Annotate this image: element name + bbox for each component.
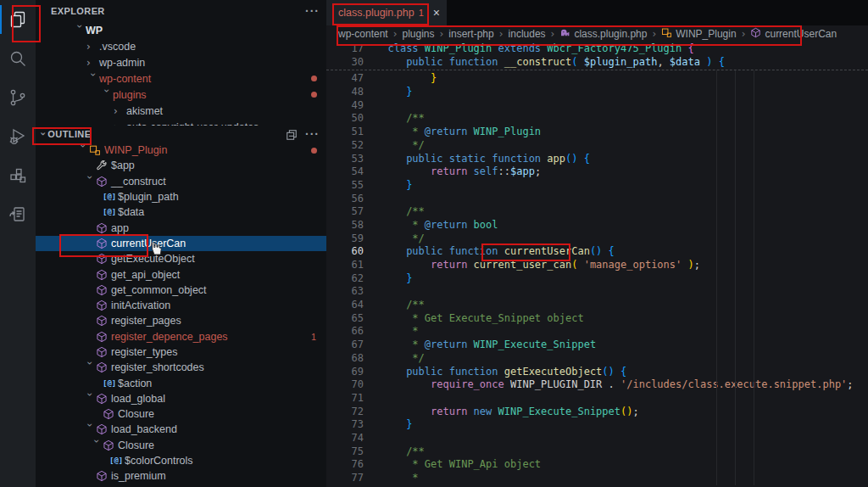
code-line-68[interactable]: 68 */: [326, 352, 868, 366]
code-line-76[interactable]: 76 * Get WINP_Api object: [326, 458, 868, 472]
outline-item-closure[interactable]: Closure: [36, 406, 326, 422]
code-line-text: * Get Execute_Snippet object: [376, 312, 584, 326]
sticky-line-30[interactable]: 30 public function __construct( $plugin_…: [326, 56, 868, 70]
outline-item-getexecuteobject[interactable]: getExecuteObject: [36, 251, 326, 266]
outline-more-icon[interactable]: ···: [305, 128, 320, 140]
outline-item-is-premium[interactable]: is_premium: [36, 468, 326, 484]
explorer-item-wp-content[interactable]: ›wp-content: [36, 70, 326, 87]
outline-item-currentusercan[interactable]: currentUserCan: [36, 236, 326, 251]
chevron-down-icon: ›: [85, 392, 95, 405]
line-number: 63: [326, 285, 376, 299]
code-line-text: */: [376, 232, 425, 246]
code-line-61[interactable]: 61 return current_user_can( 'manage_opti…: [326, 259, 868, 272]
breadcrumb-plugins[interactable]: plugins: [403, 28, 435, 40]
outline-item-get-common-object[interactable]: get_common_object: [36, 283, 326, 298]
code-line-75[interactable]: 75 /**: [326, 445, 868, 459]
outline-item-load-backend[interactable]: ›load_backend: [36, 422, 326, 437]
code-line-56[interactable]: 56: [326, 193, 868, 206]
outline-item--construct[interactable]: ›__construct: [36, 174, 326, 189]
activity-explorer-icon[interactable]: [0, 0, 36, 39]
code-line-58[interactable]: 58 * @return bool: [326, 219, 868, 232]
outline-item-register-shortcodes[interactable]: ›register_shortcodes: [36, 360, 326, 375]
code-line-57[interactable]: 57 /**: [326, 205, 868, 219]
code-line-71[interactable]: 71: [326, 392, 868, 406]
outline-item-initactivation[interactable]: initActivation: [36, 298, 326, 313]
item-label: app: [111, 222, 129, 234]
code-line-62[interactable]: 62 }: [326, 272, 868, 286]
code-line-49[interactable]: 49: [326, 99, 868, 113]
code-line-73[interactable]: 73 }: [326, 418, 868, 432]
code-line-47[interactable]: 47 }: [326, 72, 868, 86]
outline-item-register-types[interactable]: register_types: [36, 344, 326, 360]
code-line-52[interactable]: 52 */: [326, 139, 868, 153]
activity-references-icon[interactable]: [0, 195, 36, 234]
outline-item--plugin-path[interactable]: [@]$plugin_path: [36, 189, 326, 204]
code-area[interactable]: 17 class WINP_Plugin extends Wbcr_Factor…: [326, 42, 868, 487]
code-line-74[interactable]: 74: [326, 432, 868, 445]
explorer-item-wp-admin[interactable]: ›wp-admin: [36, 54, 326, 70]
code-line-63[interactable]: 63: [326, 285, 868, 299]
code-line-text: public function getExecuteObject() {: [376, 366, 626, 379]
code-line-72[interactable]: 72 return new WINP_Execute_Snippet();: [326, 406, 868, 419]
line-number: 58: [326, 219, 376, 232]
outline-item-app[interactable]: app: [36, 220, 326, 235]
outline-item--action[interactable]: [@]$action: [36, 375, 326, 390]
breadcrumb-wp-content[interactable]: wp-content: [338, 28, 388, 40]
explorer-item-plugins[interactable]: ›plugins: [36, 87, 326, 103]
chevron-down-icon: ›: [85, 423, 95, 436]
code-line-50[interactable]: 50 /**: [326, 112, 868, 126]
line-number: 60: [326, 245, 376, 259]
code-line-77[interactable]: 77 *: [326, 472, 868, 485]
code-line-53[interactable]: 53 public static function app() {: [326, 153, 868, 166]
code-line-65[interactable]: 65 * Get Execute_Snippet object: [326, 312, 868, 326]
breadcrumb-currentusercan[interactable]: currentUserCan: [750, 27, 837, 41]
outline-item-register-depence-pages[interactable]: register_depence_pages1: [36, 329, 326, 344]
code-line-55[interactable]: 55 }: [326, 179, 868, 193]
code-line-66[interactable]: 66 *: [326, 325, 868, 339]
tab-class-plugin-php[interactable]: class.plugin.php 1 ×: [326, 0, 447, 25]
code-line-48[interactable]: 48 }: [326, 86, 868, 99]
breadcrumb-includes[interactable]: includes: [509, 28, 546, 40]
outline-item--app[interactable]: $app: [36, 158, 326, 173]
code-line-54[interactable]: 54 return self::$app;: [326, 165, 868, 179]
item-label: auto-copyright-user-updates: [126, 121, 259, 126]
outline-item-load-global[interactable]: ›load_global: [36, 391, 326, 406]
line-number: 70: [326, 378, 376, 392]
breadcrumb-insert-php[interactable]: insert-php: [448, 28, 493, 40]
item-label: register_pages: [111, 315, 181, 327]
symbol-method-icon: [96, 331, 111, 343]
activity-extensions-icon[interactable]: [0, 156, 36, 195]
explorer-item-akismet[interactable]: ›akismet: [36, 103, 326, 119]
activity-source-control-icon[interactable]: [0, 78, 36, 117]
outline-item-winp-plugin[interactable]: ›WINP_Plugin: [36, 143, 326, 158]
explorer-item--vscode[interactable]: ›.vscode: [36, 38, 326, 54]
explorer-more-icon[interactable]: ···: [305, 5, 320, 17]
close-icon[interactable]: ×: [433, 6, 440, 20]
item-label: is_premium: [111, 470, 166, 482]
symbol-property-icon: [96, 160, 111, 171]
line-number: 52: [326, 139, 376, 153]
code-line-70[interactable]: 70 require_once WINP_PLUGIN_DIR . '/incl…: [326, 378, 868, 392]
code-line-69[interactable]: 69 public function getExecuteObject() {: [326, 366, 868, 379]
code-line-60[interactable]: 60 public function currentUserCan() {: [326, 245, 868, 259]
code-line-59[interactable]: 59 */: [326, 232, 868, 246]
explorer-item-wp[interactable]: ›WP: [36, 22, 326, 38]
outline-item-closure[interactable]: ›Closure: [36, 438, 326, 453]
sticky-line-17[interactable]: 17 class WINP_Plugin extends Wbcr_Factor…: [326, 42, 868, 56]
breadcrumb-class-plugin-php[interactable]: class.plugin.php: [559, 27, 647, 41]
outline-item-get-api-object[interactable]: get_api_object: [36, 266, 326, 282]
breadcrumb-winp-plugin[interactable]: WINP_Plugin: [661, 27, 736, 41]
outline-item-register-pages[interactable]: register_pages: [36, 313, 326, 328]
outline-item--data[interactable]: [@]$data: [36, 204, 326, 220]
code-line-51[interactable]: 51 * @return WINP_Plugin: [326, 126, 868, 139]
activity-search-icon[interactable]: [0, 39, 36, 78]
activity-run-debug-icon[interactable]: [0, 117, 36, 156]
collapse-all-icon[interactable]: [286, 127, 298, 140]
explorer-item-auto-copyright-user-updates[interactable]: ›auto-copyright-user-updates: [36, 119, 326, 126]
code-line-67[interactable]: 67 * @return WINP_Execute_Snippet: [326, 339, 868, 352]
line-number: 50: [326, 112, 376, 126]
code-line-text: }: [376, 272, 412, 286]
code-line-64[interactable]: 64 /**: [326, 299, 868, 312]
outline-header[interactable]: › OUTLINE ···: [36, 126, 326, 143]
outline-item--colorcontrols[interactable]: [@]$colorControls: [36, 453, 326, 468]
